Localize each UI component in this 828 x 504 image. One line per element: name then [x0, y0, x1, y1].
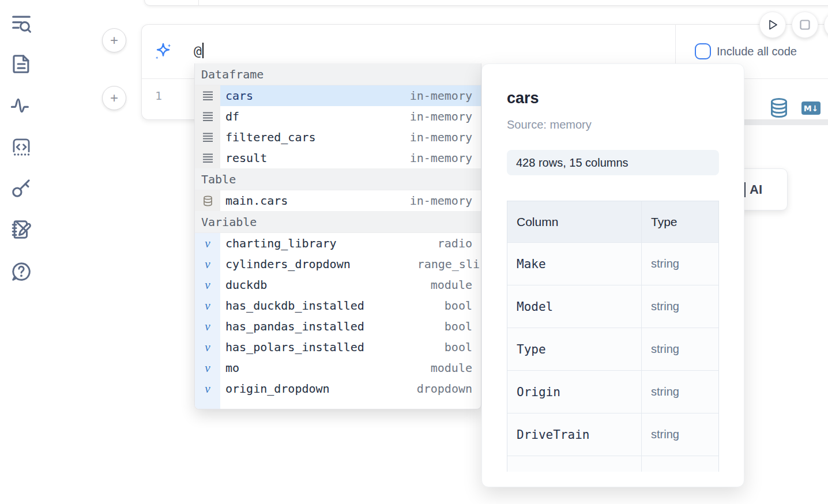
preview-title: cars: [507, 89, 539, 107]
add-cell-button-top[interactable]: +: [102, 28, 126, 52]
item-name: origin_dropdown: [225, 382, 330, 396]
column-name: Type: [517, 343, 546, 356]
item-type: in-memory: [410, 110, 472, 123]
item-name: cylinders_dropdown: [225, 257, 351, 271]
item-name: duckdb: [225, 278, 267, 292]
autocomplete-item[interactable]: main.cars in-memory: [195, 190, 481, 211]
item-type: bool: [445, 319, 472, 333]
type-header: Type: [651, 215, 678, 229]
column-header: Column: [517, 215, 558, 229]
file-search-icon[interactable]: [10, 13, 32, 35]
autocomplete-item[interactable]: v has_duckdb_installed bool: [195, 295, 481, 316]
item-type: module: [431, 278, 472, 292]
ai-prompt-input[interactable]: @: [194, 43, 204, 58]
autocomplete-item[interactable]: v origin_dropdown dropdown: [195, 378, 481, 399]
table-database-icon: [195, 190, 220, 211]
sql-database-icon[interactable]: [769, 97, 789, 118]
column-name: Model: [517, 300, 553, 314]
item-type: in-memory: [410, 89, 472, 103]
variable-icon: v: [195, 274, 220, 295]
document-icon[interactable]: [10, 53, 32, 75]
item-type: dropdown: [417, 382, 472, 396]
variable-icon: v: [195, 378, 220, 399]
item-name: main.cars: [225, 194, 288, 208]
item-type: in-memory: [410, 194, 472, 208]
section-header-table: Table: [195, 168, 481, 190]
column-type: string: [651, 385, 679, 398]
column-type: string: [651, 343, 679, 356]
item-type: radio: [438, 236, 472, 250]
variable-icon: v: [195, 337, 220, 358]
variable-icon: v: [195, 254, 220, 274]
add-cell-button-bottom[interactable]: +: [102, 86, 126, 110]
item-name: has_polars_installed: [225, 340, 364, 354]
item-type: in-memory: [410, 151, 472, 165]
code-snippet-icon[interactable]: [10, 136, 32, 158]
autocomplete-item[interactable]: df in-memory: [195, 106, 481, 127]
variable-icon: v: [195, 233, 220, 254]
gutter-divider: [198, 0, 199, 5]
stop-button[interactable]: [792, 12, 818, 38]
column-name: Make: [517, 257, 546, 271]
dataframe-rows-icon: [195, 148, 220, 168]
autocomplete-item-clipped: [195, 399, 481, 409]
autocomplete-item[interactable]: filtered_cars in-memory: [195, 127, 481, 148]
schema-header-row: Column Type: [507, 201, 718, 243]
notebook-pen-icon[interactable]: [10, 219, 32, 240]
variable-icon: v: [195, 358, 220, 378]
item-name: has_duckdb_installed: [225, 299, 364, 313]
activity-icon[interactable]: [10, 95, 32, 116]
autocomplete-item[interactable]: cars in-memory: [195, 85, 481, 106]
autocomplete-item[interactable]: result in-memory: [195, 148, 481, 168]
markdown-toggle-icon[interactable]: M↓: [801, 101, 821, 115]
autocomplete-item[interactable]: v mo module: [195, 358, 481, 378]
item-name: has_pandas_installed: [225, 319, 364, 333]
autocomplete-item[interactable]: v charting_library radio: [195, 233, 481, 254]
table-row: Origin string: [507, 371, 718, 413]
variable-icon: v: [195, 316, 220, 337]
preview-shape-badge: 428 rows, 15 columns: [507, 150, 719, 175]
section-header-dataframe: Dataframe: [195, 63, 481, 85]
item-name: filtered_cars: [225, 130, 316, 144]
schema-table: Column Type Make string Model string Typ…: [507, 201, 719, 472]
stop-icon: [799, 18, 811, 31]
item-type: bool: [445, 340, 472, 354]
item-name: charting_library: [225, 236, 337, 250]
column-type: string: [651, 257, 679, 270]
autocomplete-dropdown: Dataframe cars in-memory df in-memory fi…: [194, 63, 481, 409]
line-number: 1: [155, 89, 162, 103]
column-name: Origin: [517, 385, 560, 399]
dataframe-rows-icon: [195, 106, 220, 127]
autocomplete-item[interactable]: v has_pandas_installed bool: [195, 316, 481, 337]
prompt-value: @: [194, 43, 202, 58]
item-name: result: [225, 151, 267, 165]
variable-icon: v: [195, 295, 220, 316]
key-icon[interactable]: [10, 177, 32, 199]
left-sidebar: [0, 0, 42, 504]
section-label: Dataframe: [201, 67, 264, 81]
item-type: bool: [445, 299, 472, 313]
run-button[interactable]: [759, 12, 786, 38]
text-cursor: [202, 43, 204, 58]
table-row-clipped: [507, 456, 718, 472]
help-icon[interactable]: [10, 261, 32, 283]
table-row: DriveTrain string: [507, 413, 718, 456]
include-all-code-checkbox[interactable]: [695, 43, 711, 59]
autocomplete-item[interactable]: v duckdb module: [195, 274, 481, 295]
item-name: cars: [225, 89, 253, 103]
item-type: in-memory: [410, 130, 472, 144]
dataframe-preview-panel: cars Source: memory 428 rows, 15 columns…: [481, 63, 744, 487]
item-type: module: [431, 361, 472, 375]
dataframe-rows-icon: [195, 127, 220, 148]
item-name: mo: [225, 361, 239, 375]
autocomplete-item[interactable]: v cylinders_dropdown range_sli: [195, 254, 481, 274]
column-type: string: [651, 428, 679, 441]
column-name: DriveTrain: [517, 428, 589, 442]
table-row: Model string: [507, 285, 718, 328]
ai-sparkle-icon: [153, 42, 173, 62]
play-icon: [766, 18, 779, 31]
autocomplete-item[interactable]: v has_polars_installed bool: [195, 337, 481, 358]
dataframe-rows-icon: [195, 85, 220, 106]
column-type: string: [651, 300, 679, 313]
section-label: Table: [201, 172, 236, 186]
